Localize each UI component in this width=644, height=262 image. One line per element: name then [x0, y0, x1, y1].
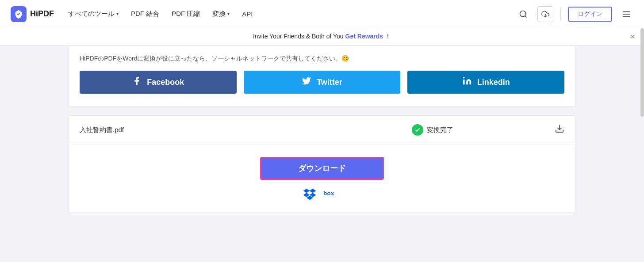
dropbox-button[interactable]	[303, 189, 316, 200]
social-buttons: Facebook Twitter Linkedi	[80, 71, 564, 94]
nav-pdf-compress[interactable]: PDF 圧縮	[172, 10, 200, 18]
success-icon	[412, 124, 423, 136]
hamburger-menu-icon[interactable]	[619, 7, 633, 21]
logo-text: HiPDF	[30, 9, 54, 19]
header-nav: すべてのツール ▾ PDF 結合 PDF 圧縮 変換 ▾ API	[68, 10, 516, 18]
twitter-share-button[interactable]: Twitter	[244, 71, 401, 94]
file-result-section: 入社誓約書.pdf 変換完了 ダウンロード	[69, 115, 575, 213]
social-share-section: HiPDFのPDFをWordに変換が役に立ったなら、ソーシャルネットワークで共有…	[69, 46, 575, 106]
invite-banner: Invite Your Friends & Both of You Get Re…	[0, 28, 644, 46]
header-divider	[560, 8, 561, 20]
twitter-icon	[302, 76, 311, 88]
svg-rect-6	[463, 80, 465, 84]
cloud-storage-options: box	[303, 189, 341, 200]
svg-line-1	[525, 15, 527, 17]
download-area: ダウンロード box	[69, 144, 575, 213]
header-actions: ログイン	[516, 6, 633, 22]
status-area: 変換完了	[317, 124, 548, 136]
logo[interactable]: HiPDF	[11, 6, 54, 22]
invite-suffix: ！	[385, 33, 391, 40]
login-button[interactable]: ログイン	[568, 7, 612, 22]
nav-all-tools[interactable]: すべてのツール ▾	[68, 10, 119, 18]
svg-point-7	[463, 77, 465, 79]
linkedin-icon	[462, 76, 472, 88]
header: HiPDF すべてのツール ▾ PDF 結合 PDF 圧縮 変換 ▾ API	[0, 0, 644, 28]
social-description: HiPDFのPDFをWordに変換が役に立ったなら、ソーシャルネットワークで共有…	[80, 55, 564, 63]
download-queue-icon[interactable]	[537, 6, 553, 22]
facebook-icon	[132, 76, 142, 88]
logo-icon	[11, 6, 27, 22]
file-name: 入社誓約書.pdf	[80, 126, 310, 134]
file-row: 入社誓約書.pdf 変換完了	[69, 116, 575, 144]
nav-convert[interactable]: 変換 ▾	[212, 10, 230, 18]
download-file-icon[interactable]	[555, 124, 564, 136]
facebook-share-button[interactable]: Facebook	[80, 71, 237, 94]
scrollbar[interactable]	[640, 28, 644, 117]
main-content: HiPDFのPDFをWordに変換が役に立ったなら、ソーシャルネットワークで共有…	[0, 46, 644, 213]
linkedin-share-button[interactable]: Linkedin	[407, 71, 564, 94]
download-main-button[interactable]: ダウンロード	[260, 157, 384, 180]
invite-text: Invite Your Friends & Both of You	[253, 33, 345, 40]
svg-point-0	[520, 11, 526, 16]
status-text: 変換完了	[427, 126, 453, 134]
close-icon[interactable]: ×	[630, 32, 635, 42]
get-rewards-link[interactable]: Get Rewards	[345, 33, 383, 40]
chevron-down-icon: ▾	[227, 11, 230, 16]
chevron-down-icon: ▾	[116, 11, 119, 16]
nav-pdf-merge[interactable]: PDF 結合	[131, 10, 159, 18]
nav-api[interactable]: API	[242, 10, 253, 18]
box-button[interactable]: box	[323, 190, 341, 199]
search-icon[interactable]	[516, 7, 530, 21]
svg-text:box: box	[323, 190, 334, 197]
